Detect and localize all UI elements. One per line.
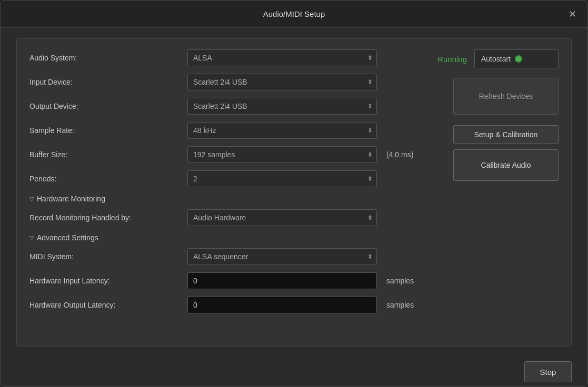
- hw-input-latency-control: samples: [187, 272, 434, 289]
- hw-output-latency-field[interactable]: [187, 297, 377, 313]
- buffer-size-row: Buffer Size: 192 samples ⬍ (4.0 ms): [29, 146, 434, 163]
- advanced-settings-header[interactable]: ▽ Advanced Settings: [29, 233, 434, 242]
- buffer-size-select-wrapper: 192 samples ⬍: [187, 146, 377, 163]
- hw-monitoring-arrow-icon: ▽: [29, 196, 34, 202]
- periods-control: 2 ⬍: [187, 170, 434, 187]
- record-monitoring-select[interactable]: Audio Hardware: [187, 209, 377, 226]
- midi-system-row: MIDI System: ALSA sequencer ⬍: [29, 248, 434, 265]
- sample-rate-row: Sample Rate: 48 kHz ⬍: [29, 122, 434, 139]
- midi-system-label: MIDI System:: [29, 252, 187, 261]
- output-device-row: Output Device: Scarlett 2i4 USB ⬍: [29, 98, 434, 115]
- hw-input-latency-row: Hardware Input Latency: samples: [29, 272, 434, 289]
- setup-calibration-label: Setup & Calibration: [474, 130, 538, 139]
- midi-system-control: ALSA sequencer ⬍: [187, 248, 434, 265]
- buffer-size-control: 192 samples ⬍ (4.0 ms): [187, 146, 434, 163]
- record-monitoring-control: Audio Hardware ⬍: [187, 209, 434, 226]
- calibrate-audio-button[interactable]: Calibrate Audio: [453, 149, 559, 181]
- hw-output-latency-label: Hardware Output Latency:: [29, 301, 187, 309]
- content-area: Audio System: ALSA ⬍ Input Dev: [1, 28, 587, 357]
- sample-rate-select-wrapper: 48 kHz ⬍: [187, 122, 377, 139]
- buffer-size-select[interactable]: 192 samples: [187, 146, 377, 163]
- main-window: Audio/MIDI Setup ✕ Audio System: ALSA: [0, 0, 588, 387]
- form-grid: Audio System: ALSA ⬍ Input Dev: [29, 49, 559, 321]
- periods-select-wrapper: 2 ⬍: [187, 170, 377, 187]
- output-device-label: Output Device:: [29, 102, 187, 110]
- titlebar: Audio/MIDI Setup ✕: [1, 1, 587, 28]
- input-device-label: Input Device:: [29, 78, 187, 86]
- audio-system-control: ALSA ⬍: [187, 49, 434, 66]
- running-label: Running: [437, 55, 467, 64]
- sample-rate-select[interactable]: 48 kHz: [187, 122, 377, 139]
- form-left: Audio System: ALSA ⬍ Input Dev: [29, 49, 434, 321]
- main-panel: Audio System: ALSA ⬍ Input Dev: [16, 38, 572, 347]
- advanced-settings-label: Advanced Settings: [37, 233, 98, 242]
- record-monitoring-label: Record Monitoring Handled by:: [29, 213, 187, 222]
- audio-system-select-wrapper: ALSA ⬍: [187, 49, 377, 66]
- input-device-select[interactable]: Scarlett 2i4 USB: [187, 74, 377, 90]
- autostart-button[interactable]: Autostart: [474, 49, 559, 68]
- hw-input-latency-field[interactable]: [187, 272, 377, 289]
- midi-system-select-wrapper: ALSA sequencer ⬍: [187, 248, 377, 265]
- hw-output-samples-label: samples: [386, 301, 414, 309]
- periods-label: Periods:: [29, 175, 187, 183]
- close-icon: ✕: [569, 8, 576, 20]
- refresh-devices-label: Refresh Devices: [479, 92, 533, 100]
- hw-output-latency-control: samples: [187, 297, 434, 313]
- sample-rate-control: 48 kHz ⬍: [187, 122, 434, 139]
- midi-system-select[interactable]: ALSA sequencer: [187, 248, 377, 265]
- stop-button[interactable]: Stop: [524, 361, 572, 382]
- autostart-label: Autostart: [481, 55, 511, 63]
- hw-input-samples-label: samples: [386, 277, 414, 285]
- running-autostart-row: Running Autostart: [437, 49, 559, 68]
- buffer-size-label: Buffer Size:: [29, 150, 187, 159]
- hw-input-latency-label: Hardware Input Latency:: [29, 277, 187, 285]
- hw-output-latency-row: Hardware Output Latency: samples: [29, 297, 434, 313]
- hw-monitoring-header[interactable]: ▽ Hardware Monitoring: [29, 195, 434, 203]
- advanced-arrow-icon: ▽: [29, 235, 34, 241]
- output-device-select[interactable]: Scarlett 2i4 USB: [187, 98, 377, 115]
- record-monitoring-row: Record Monitoring Handled by: Audio Hard…: [29, 209, 434, 226]
- input-device-row: Input Device: Scarlett 2i4 USB ⬍: [29, 74, 434, 90]
- periods-row: Periods: 2 ⬍: [29, 170, 434, 187]
- buffer-ms-label: (4.0 ms): [386, 150, 413, 159]
- window-title: Audio/MIDI Setup: [263, 9, 325, 18]
- form-right: Running Autostart Refresh Devices: [443, 49, 559, 181]
- audio-system-label: Audio System:: [29, 54, 187, 62]
- calibrate-audio-label: Calibrate Audio: [481, 161, 531, 169]
- hw-monitoring-label: Hardware Monitoring: [37, 195, 105, 203]
- refresh-devices-button[interactable]: Refresh Devices: [453, 78, 559, 115]
- input-device-select-wrapper: Scarlett 2i4 USB ⬍: [187, 74, 377, 90]
- audio-system-select[interactable]: ALSA: [187, 49, 377, 66]
- sample-rate-label: Sample Rate:: [29, 126, 187, 135]
- input-device-control: Scarlett 2i4 USB ⬍: [187, 74, 434, 90]
- close-button[interactable]: ✕: [565, 7, 579, 21]
- footer: Stop: [1, 357, 587, 386]
- autostart-dot-icon: [515, 55, 522, 63]
- periods-select[interactable]: 2: [187, 170, 377, 187]
- setup-calibration-button[interactable]: Setup & Calibration: [453, 125, 559, 144]
- output-device-control: Scarlett 2i4 USB ⬍: [187, 98, 434, 115]
- record-monitoring-select-wrapper: Audio Hardware ⬍: [187, 209, 377, 226]
- audio-system-row: Audio System: ALSA ⬍: [29, 49, 434, 66]
- stop-label: Stop: [540, 368, 556, 376]
- output-device-select-wrapper: Scarlett 2i4 USB ⬍: [187, 98, 377, 115]
